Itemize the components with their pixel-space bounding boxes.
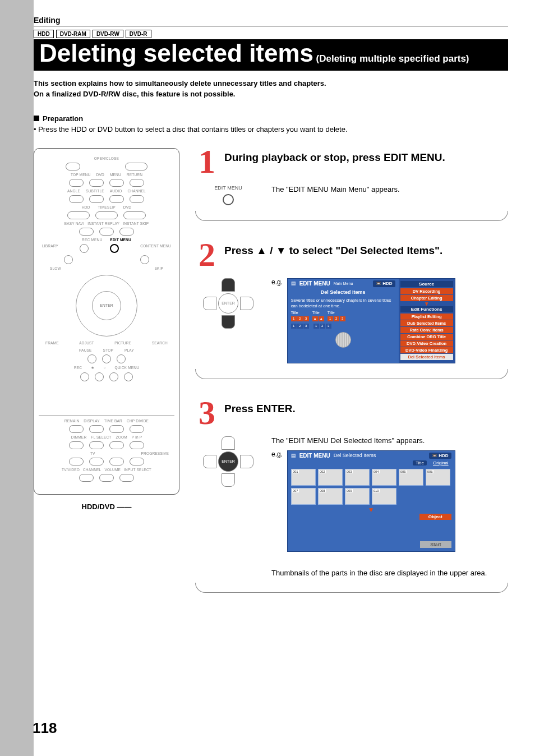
rc-pinp: P in P [132,435,142,439]
rc-btn [109,458,124,465]
rc-btn [130,441,144,449]
osd-meta: Title Original [288,460,455,467]
osd-start-button: Start [420,541,451,548]
rc-volume: VOLUME [104,468,121,472]
osd-del-header: Del Selected Items [334,453,376,458]
step-2-aux: ENTER [197,278,259,363]
thumb-num: 001 [292,470,299,473]
rc-btn [89,179,104,187]
osd-title-diagram: Title123 Title▲▲ Title123 [291,311,395,321]
dpad-up-icon [222,436,235,450]
osd-title-word: Title [291,311,309,316]
page-number: 118 [33,720,57,737]
rc-btn [64,255,73,264]
rc-play: PLAY [124,348,134,352]
step-1-number: 1 [195,148,219,175]
rc-btn [140,255,149,264]
osd-title-box: Title [413,460,427,465]
thumb-num: 005 [400,470,407,473]
manual-page: Editing HDD DVD-RAM DVD-RW DVD-R Deletin… [0,0,535,756]
rc-menu: MENU [110,173,121,177]
osd-hdd-badge: 📼 HDD [373,280,395,287]
rc-btn [117,354,126,363]
dpad-right-icon [240,297,253,310]
rc-instant-replay: INSTANT REPLAY [87,222,119,225]
rc-zoom: ZOOM [116,435,127,439]
rc-btn [130,458,144,465]
rc-btn [89,425,104,433]
steps-column: 1 During playback or stop, press EDIT ME… [195,148,508,613]
rc-timeslip: TIMESLIP [98,205,116,209]
rc-dvd: DVD [123,205,131,209]
preparation-body: • Press the HDD or DVD button to select … [34,125,508,133]
eg-label: e.g. [271,450,283,458]
preparation-heading: Preparation [34,114,508,123]
rc-btn [123,211,146,219]
rc-stop: STOP [103,348,113,352]
thumb: 001 [291,469,316,486]
osd-del-selected-heading: Del Selected Items [291,289,395,296]
rc-hdd: HDD [82,205,90,209]
rc-return: RETURN [127,173,142,177]
rc-btn [95,372,104,381]
rc-btn [89,195,104,203]
page-title: Deleting selected items [39,39,313,67]
rc-display: DISPLAY [84,419,99,423]
osd-menu-item-selected: Del Selected Items [400,354,453,360]
rc-btn [109,441,124,449]
rc-audio: AUDIO [110,189,122,193]
osd-thumbnails: 001 002 003 004 005 006 007 008 009 01 [288,467,455,507]
rc-btn [67,211,90,219]
osd-brand-icon: ▤ [291,453,296,458]
rc-channel: CHANNEL [127,189,145,193]
remote-footer-label: HDD/DVD —— [34,503,179,511]
rc-enter-button: ENTER [92,291,121,320]
page-subtitle: (Deleting multiple specified parts) [316,53,469,64]
eg-label: e.g. [271,278,283,286]
thumb: 007 [291,488,316,505]
rc-search: SEARCH [152,341,168,345]
osd-title-word: Title [312,311,324,316]
osd-title-result: 123 123 [291,324,395,329]
step-2-title: Press ▲ / ▼ to select "Del Selected Item… [224,241,442,257]
rc-power-button [125,163,147,170]
osd-object-button: Object [419,514,451,520]
disc-icon [335,332,351,348]
osd-brand: EDIT MENU [299,280,330,288]
margin-bar [0,0,34,756]
osd-menu-item: Dub Selected Items [400,320,453,326]
step-3-desc-1: The "EDIT MENU Del Selected Items" appea… [271,436,508,445]
remote-diagram: OPEN/CLOSE TOP MENU DVD MENU RETURN ANGL… [34,148,179,495]
dpad-left-icon [203,297,216,310]
rc-adjust: ADJUST [79,341,94,345]
osd-edit-functions-head: Edit Functions [400,306,453,312]
osd-title-word: Title [328,311,345,316]
rc-tvvideo: TV/VIDEO [62,468,80,472]
osd-brand-icon: ▤ [291,280,296,287]
thumb: 006 [426,469,450,486]
rc-quick-menu: QUICK MENU [115,366,140,370]
osd-menu-item: Combine ORG Title [400,334,453,340]
step-3-aux: ENTER [197,436,259,577]
thumb: 002 [318,469,343,486]
remote-column: OPEN/CLOSE TOP MENU DVD MENU RETURN ANGL… [34,148,179,613]
rc-time-bar: TIME BAR [104,419,122,423]
rc-nav-pad: ENTER [76,275,137,336]
osd-menu-item: Playlist Editing [400,314,453,320]
rc-skip: SKIP [154,266,163,270]
rc-btn [69,179,84,187]
step-2-number: 2 [195,241,219,268]
osd-menu-item: DVD-Video Creation [400,340,453,347]
edit-menu-label: EDIT MENU [197,185,259,191]
thumb: 009 [345,488,370,505]
dpad-icon: ENTER [203,278,253,329]
step-3-number: 3 [195,399,219,426]
rc-btn [102,354,111,363]
rc-easy-navi: EASY NAVI [64,222,85,225]
osd-hdd-badge: 📼 HDD [429,453,451,459]
thumb-num: 002 [319,470,326,473]
rc-eject-button [66,163,80,170]
rc-top-menu: TOP MENU [71,173,91,177]
dpad-enter-icon: ENTER [218,451,238,472]
rc-progressive: PROGRESSIVE [141,451,169,455]
